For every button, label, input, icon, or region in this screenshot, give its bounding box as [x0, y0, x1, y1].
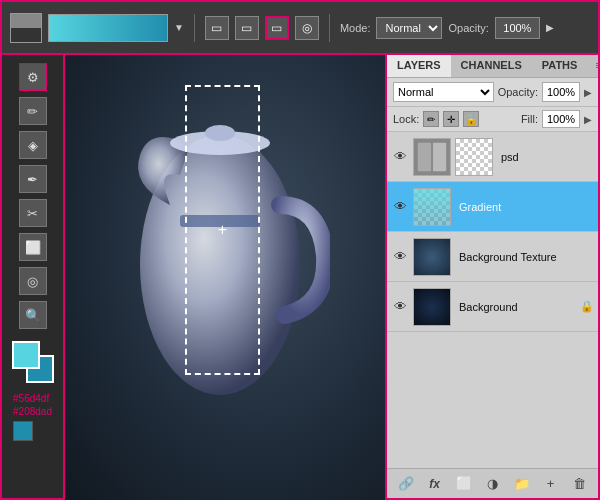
opacity-input[interactable] — [495, 17, 540, 39]
tool-brush[interactable]: ✏ — [19, 97, 47, 125]
layer-psd-mask-thumb — [455, 138, 493, 176]
opacity-label: Opacity: — [448, 22, 488, 34]
gradient-dropdown-arrow[interactable]: ▼ — [174, 22, 184, 33]
layer-row-gradient[interactable]: 👁 Gradient — [387, 182, 598, 232]
opacity-row-input[interactable] — [542, 82, 580, 102]
layer-gradient-preview — [414, 189, 450, 225]
layer-bg-preview — [414, 289, 450, 325]
canvas-area: + — [65, 55, 385, 500]
layer-gradient-thumb — [413, 188, 451, 226]
layer-texture-preview — [414, 239, 450, 275]
mode-label: Mode: — [340, 22, 371, 34]
layer-gradient-name: Gradient — [455, 201, 594, 213]
tool-pen[interactable]: ✒ — [19, 165, 47, 193]
layer-row-background[interactable]: 👁 Background 🔒 — [387, 282, 598, 332]
kettle-image — [110, 65, 330, 425]
layers-list: 👁 psd 👁 — [387, 132, 598, 468]
background-chip: #208dad — [13, 406, 52, 417]
tool-eraser[interactable]: ✂ — [19, 199, 47, 227]
layer-psd-thumb-content — [414, 139, 450, 175]
layer-texture-visibility[interactable]: 👁 — [391, 248, 409, 266]
tool-zoom[interactable]: 🔍 — [19, 301, 47, 329]
fx-icon[interactable]: fx — [425, 474, 445, 494]
opacity-row-arrow[interactable]: ▶ — [584, 87, 592, 98]
panel-tabs: LAYERS CHANNELS PATHS ≡ — [387, 55, 598, 78]
layer-psd-visibility[interactable]: 👁 — [391, 148, 409, 166]
tab-channels[interactable]: CHANNELS — [451, 55, 532, 77]
mode-icon-3[interactable]: ▭ — [265, 16, 289, 40]
background-hex-label: #208dad — [13, 406, 52, 417]
layer-bg-visibility[interactable]: 👁 — [391, 298, 409, 316]
opacity-row-label: Opacity: — [498, 86, 538, 98]
folder-icon[interactable]: 📁 — [512, 474, 532, 494]
delete-layer-icon[interactable]: 🗑 — [570, 474, 590, 494]
fill-input[interactable] — [542, 110, 580, 128]
svg-point-2 — [205, 125, 235, 141]
svg-rect-3 — [180, 215, 260, 227]
mode-icon-2[interactable]: ▭ — [235, 16, 259, 40]
layer-background-name: Background — [455, 301, 576, 313]
panel-menu-icon[interactable]: ≡ — [587, 55, 600, 77]
blend-mode-select[interactable]: Normal — [393, 82, 494, 102]
blend-opacity-row: Normal Opacity: ▶ — [387, 78, 598, 107]
color-display: #56d4df #208dad — [13, 393, 52, 441]
lock-row: Lock: ✏ ✛ 🔒 Fill: ▶ — [387, 107, 598, 132]
gradient-preview[interactable] — [48, 14, 168, 42]
link-layers-icon[interactable]: 🔗 — [396, 474, 416, 494]
mode-icon-1[interactable]: ▭ — [205, 16, 229, 40]
fill-label: Fill: — [521, 113, 538, 125]
lock-all-icon[interactable]: 🔒 — [463, 111, 479, 127]
layer-psd-name: psd — [497, 151, 594, 163]
fill-arrow[interactable]: ▶ — [584, 114, 592, 125]
mode-select[interactable]: Normal — [376, 17, 442, 39]
main-area: ⚙ ✏ ◈ ✒ ✂ ⬜ ◎ 🔍 #56d4df #208dad — [0, 55, 600, 500]
swatch-preview[interactable] — [10, 13, 42, 43]
layer-row-bg-texture[interactable]: 👁 Background Texture — [387, 232, 598, 282]
layer-texture-thumb — [413, 238, 451, 276]
layer-psd-mask-checker — [456, 139, 492, 175]
foreground-hex-label: #56d4df — [13, 393, 49, 404]
tool-rect[interactable]: ⬜ — [19, 233, 47, 261]
layer-bg-lock-icon: 🔒 — [580, 300, 594, 313]
tool-settings[interactable]: ⚙ — [19, 63, 47, 91]
layer-texture-name: Background Texture — [455, 251, 594, 263]
foreground-chip: #56d4df — [13, 393, 52, 404]
panel-bottom-bar: 🔗 fx ⬜ ◑ 📁 + 🗑 — [387, 468, 598, 498]
mask-icon[interactable]: ⬜ — [454, 474, 474, 494]
lock-position-icon[interactable]: ✛ — [443, 111, 459, 127]
layer-psd-thumb — [413, 138, 451, 176]
left-toolbar: ⚙ ✏ ◈ ✒ ✂ ⬜ ◎ 🔍 #56d4df #208dad — [0, 55, 65, 500]
foreground-color-swatch[interactable] — [12, 341, 40, 369]
extra-swatch[interactable] — [13, 421, 33, 441]
tab-paths[interactable]: PATHS — [532, 55, 588, 77]
svg-rect-6 — [433, 142, 446, 170]
separator-1 — [194, 14, 195, 42]
layer-gradient-visibility[interactable]: 👁 — [391, 198, 409, 216]
opacity-arrow[interactable]: ▶ — [546, 22, 554, 33]
layer-bg-thumb — [413, 288, 451, 326]
lock-row-label: Lock: — [393, 113, 419, 125]
mode-icon-4[interactable]: ◎ — [295, 16, 319, 40]
tab-layers[interactable]: LAYERS — [387, 55, 451, 77]
top-toolbar: ▼ ▭ ▭ ▭ ◎ Mode: Normal Opacity: ▶ — [0, 0, 600, 55]
tool-gradient[interactable]: ◈ — [19, 131, 47, 159]
tool-ellipse[interactable]: ◎ — [19, 267, 47, 295]
adjustment-icon[interactable]: ◑ — [483, 474, 503, 494]
color-swatches — [12, 341, 54, 383]
lock-pixels-icon[interactable]: ✏ — [423, 111, 439, 127]
separator-2 — [329, 14, 330, 42]
svg-rect-5 — [418, 142, 431, 170]
new-layer-icon[interactable]: + — [541, 474, 561, 494]
layers-panel: LAYERS CHANNELS PATHS ≡ Normal Opacity: … — [385, 55, 600, 500]
layer-row-psd[interactable]: 👁 psd — [387, 132, 598, 182]
